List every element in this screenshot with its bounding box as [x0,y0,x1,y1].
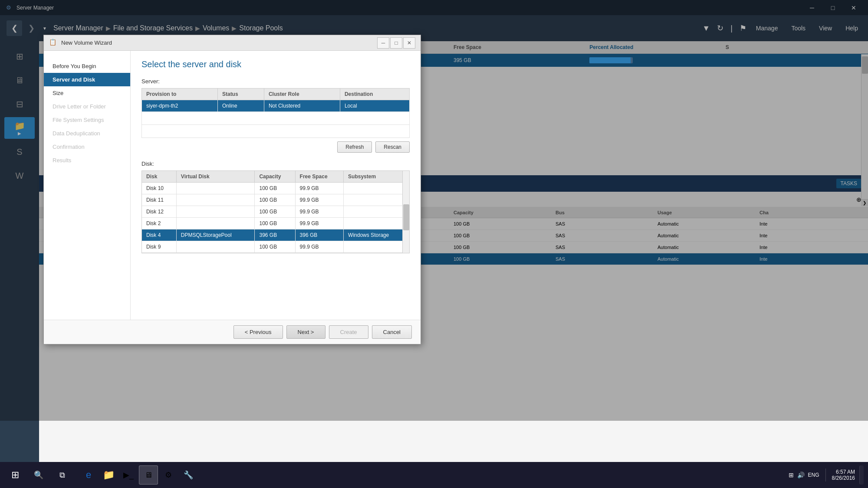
explorer-taskbar-icon[interactable]: 📁 [99,465,118,485]
disk-col-subsystem: Subsystem [344,171,409,183]
disk-col-disk: Disk [142,171,176,183]
wizard-nav-drive-letter: Drive Letter or Folder [44,100,130,113]
dialog-close-button[interactable]: ✕ [403,37,415,49]
disk-2-subsystem [344,218,409,229]
server-destination-cell: Local [340,100,409,112]
disk-10-subsystem [344,183,409,194]
disk-11-virtual [176,194,255,206]
new-volume-wizard-dialog: 📋 New Volume Wizard ─ □ ✕ Before You Beg… [43,35,421,344]
server-provision-cell: siyer-dpm-th2 [142,100,218,112]
disk-10-free: 99.9 GB [295,183,344,194]
disk-12-name: Disk 12 [142,206,176,218]
wizard-nav-confirmation: Confirmation [44,140,130,154]
taskbar: ⊞ 🔍 ⧉ e 📁 ▶_ 🖥 ⚙ 🔧 ⊞ 🔊 ENG 6:57 AM 8/26/… [0,462,868,488]
dialog-footer: < Previous Next > Create Cancel [44,320,421,344]
server-col-provision: Provision to [142,88,218,100]
wizard-nav: Before You Begin Server and Disk Size Dr… [44,51,131,320]
dialog-body: Before You Begin Server and Disk Size Dr… [44,51,421,320]
disk-4-name: Disk 4 [142,229,176,241]
disk-section-label: Disk: [141,160,410,167]
disk-9-virtual [176,241,255,253]
disk-row-5-selected[interactable]: Disk 4 DPMSQLStoragePool 396 GB 396 GB W… [142,229,409,241]
server-table: Provision to Status Cluster Role Destina… [141,88,410,138]
disk-2-free: 99.9 GB [295,218,344,229]
server-col-status: Status [217,88,264,100]
server-row-1[interactable]: siyer-dpm-th2 Online Not Clustered Local [142,100,410,112]
taskbar-right: ⊞ 🔊 ENG 6:57 AM 8/26/2016 [789,465,864,485]
create-button[interactable]: Create [329,325,368,339]
wizard-nav-file-system: File System Settings [44,113,130,127]
show-desktop-button[interactable] [859,465,864,485]
server-cluster-cell: Not Clustered [264,100,340,112]
ie-taskbar-icon[interactable]: e [79,465,98,485]
disk-12-free: 99.9 GB [295,206,344,218]
dialog-minimize-button[interactable]: ─ [377,37,389,49]
disk-12-virtual [176,206,255,218]
app2-taskbar-icon[interactable]: ⚙ [159,465,178,485]
disk-9-subsystem [344,241,409,253]
disk-section: Disk: Disk Virtual Disk Capacity Free Sp… [141,160,410,253]
disk-2-name: Disk 2 [142,218,176,229]
wizard-nav-results: Results [44,154,130,167]
disk-col-virtual: Virtual Disk [176,171,255,183]
taskbar-apps: e 📁 ▶_ 🖥 ⚙ 🔧 [79,465,198,485]
wizard-nav-dedup: Data Deduplication [44,127,130,140]
disk-11-subsystem [344,194,409,206]
rescan-button[interactable]: Rescan [375,141,410,153]
wizard-nav-server-disk[interactable]: Server and Disk [44,73,130,86]
disk-row-1[interactable]: Disk 10 100 GB 99.9 GB [142,183,409,194]
system-tray: ⊞ 🔊 ENG [789,472,819,478]
previous-button[interactable]: < Previous [233,325,283,339]
time-display: 6:57 AM [832,469,855,475]
cancel-button[interactable]: Cancel [372,325,412,339]
disk-4-free: 396 GB [295,229,344,241]
disk-4-capacity: 396 GB [255,229,295,241]
disk-row-2[interactable]: Disk 11 100 GB 99.9 GB [142,194,409,206]
next-button[interactable]: Next > [286,325,326,339]
server-col-cluster: Cluster Role [264,88,340,100]
disk-col-capacity: Capacity [255,171,295,183]
disk-10-name: Disk 10 [142,183,176,194]
wizard-nav-before-you-begin[interactable]: Before You Begin [44,59,130,73]
disk-row-3[interactable]: Disk 12 100 GB 99.9 GB [142,206,409,218]
wizard-nav-size[interactable]: Size [44,86,130,100]
task-view-button[interactable]: ⧉ [51,464,73,486]
tray-separator [825,468,826,481]
date-display: 8/26/2016 [832,475,855,481]
dialog-titlebar: 📋 New Volume Wizard ─ □ ✕ [44,35,421,51]
dialog-title: New Volume Wizard [61,39,377,46]
disk-9-free: 99.9 GB [295,241,344,253]
server-section-label: Server: [141,78,410,85]
disk-row-6[interactable]: Disk 9 100 GB 99.9 GB [142,241,409,253]
disk-4-virtual: DPMSQLStoragePool [176,229,255,241]
start-button[interactable]: ⊞ [4,464,26,486]
cmd-taskbar-icon[interactable]: ▶_ [119,465,138,485]
scrollbar-thumb [403,204,409,230]
disk-9-capacity: 100 GB [255,241,295,253]
disk-2-virtual [176,218,255,229]
dialog-controls: ─ □ ✕ [377,37,415,49]
wizard-title: Select the server and disk [141,59,410,69]
disk-11-capacity: 100 GB [255,194,295,206]
server-btn-row: Refresh Rescan [141,141,410,153]
server-manager-taskbar-icon[interactable]: 🖥 [139,465,158,485]
wizard-content: Select the server and disk Server: Provi… [131,51,421,320]
disk-row-4[interactable]: Disk 2 100 GB 99.9 GB [142,218,409,229]
disk-10-capacity: 100 GB [255,183,295,194]
dialog-maximize-button[interactable]: □ [390,37,402,49]
lang-label[interactable]: ENG [808,472,819,478]
volume-icon[interactable]: 🔊 [797,472,805,478]
search-taskbar-button[interactable]: 🔍 [28,464,49,486]
disk-4-subsystem: Windows Storage [344,229,409,241]
network-icon[interactable]: ⊞ [789,472,794,478]
disk-11-name: Disk 11 [142,194,176,206]
clock[interactable]: 6:57 AM 8/26/2016 [832,469,855,481]
app3-taskbar-icon[interactable]: 🔧 [179,465,198,485]
disk-scrollbar[interactable] [402,171,409,253]
disk-2-capacity: 100 GB [255,218,295,229]
disk-col-free: Free Space [295,171,344,183]
disk-12-subsystem [344,206,409,218]
disk-9-name: Disk 9 [142,241,176,253]
refresh-button[interactable]: Refresh [337,141,372,153]
disk-table-container: Disk Virtual Disk Capacity Free Space Su… [141,170,410,253]
